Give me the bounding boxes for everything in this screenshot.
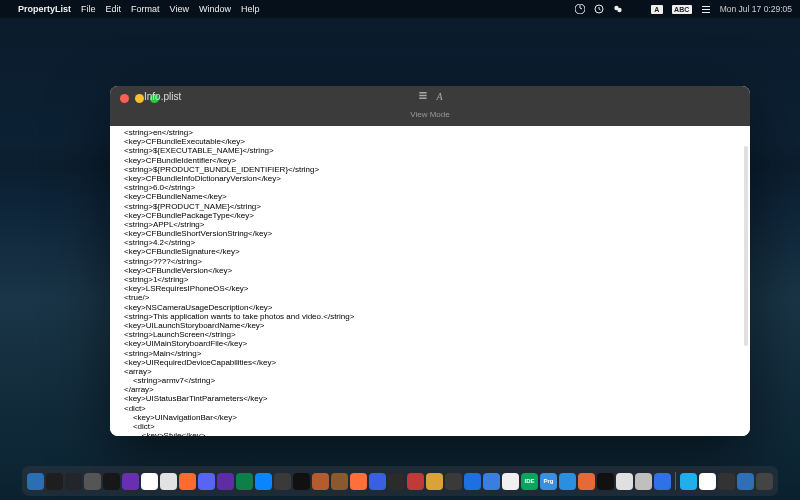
dock-app-icon[interactable] — [198, 473, 215, 490]
menu-format[interactable]: Format — [131, 4, 160, 14]
dock-app-icon[interactable] — [217, 473, 234, 490]
plist-text[interactable]: <string>en</string> <key>CFBundleExecuta… — [124, 128, 736, 436]
menubar: PropertyList File Edit Format View Windo… — [0, 0, 800, 18]
dock-app-icon[interactable] — [160, 473, 177, 490]
close-button[interactable] — [120, 94, 129, 103]
dock-app-icon[interactable] — [141, 473, 158, 490]
dock-app-icon[interactable] — [179, 473, 196, 490]
dock-app-icon[interactable] — [445, 473, 462, 490]
dock-app-icon[interactable] — [369, 473, 386, 490]
window-title: Info.plist — [144, 91, 181, 102]
settings-icon[interactable] — [701, 4, 711, 14]
input-source-abc-icon[interactable]: ABC — [672, 5, 692, 14]
dock: IDEPrg — [22, 466, 778, 496]
dock-app-icon[interactable] — [312, 473, 329, 490]
dock-app-icon[interactable] — [122, 473, 139, 490]
clock-icon[interactable] — [594, 4, 604, 14]
dock-app-icon[interactable] — [578, 473, 595, 490]
view-mode-label: View Mode — [110, 110, 750, 122]
dock-app-icon[interactable] — [388, 473, 405, 490]
dock-app-icon[interactable]: Prg — [540, 473, 557, 490]
dock-app-icon[interactable] — [635, 473, 652, 490]
dock-app-icon[interactable] — [331, 473, 348, 490]
text-view-icon[interactable]: A — [436, 91, 442, 102]
dock-app-icon[interactable] — [27, 473, 44, 490]
dock-app-icon[interactable] — [756, 473, 773, 490]
menu-window[interactable]: Window — [199, 4, 231, 14]
svg-rect-3 — [702, 6, 710, 7]
menu-help[interactable]: Help — [241, 4, 260, 14]
minimize-button[interactable] — [135, 94, 144, 103]
dock-app-icon[interactable] — [84, 473, 101, 490]
toolbar: A — [417, 90, 442, 103]
menubar-clock[interactable]: Mon Jul 17 0:29:05 — [720, 4, 792, 14]
dock-app-icon[interactable] — [502, 473, 519, 490]
dock-separator — [675, 472, 676, 490]
dock-app-icon[interactable] — [464, 473, 481, 490]
svg-rect-4 — [702, 9, 710, 10]
dock-app-icon[interactable] — [103, 473, 120, 490]
dock-app-icon[interactable] — [718, 473, 735, 490]
dock-app-icon[interactable] — [483, 473, 500, 490]
list-view-icon[interactable] — [417, 90, 428, 103]
menu-file[interactable]: File — [81, 4, 96, 14]
dock-app-icon[interactable] — [293, 473, 310, 490]
menu-view[interactable]: View — [170, 4, 189, 14]
svg-point-2 — [617, 8, 621, 12]
moon-icon[interactable] — [632, 4, 642, 14]
dock-app-icon[interactable] — [46, 473, 63, 490]
menu-edit[interactable]: Edit — [106, 4, 122, 14]
window-titlebar: Info.plist A View Mode — [110, 86, 750, 126]
dock-app-icon[interactable] — [407, 473, 424, 490]
scrollbar[interactable] — [744, 146, 748, 346]
app-window: Info.plist A View Mode <string>en</strin… — [110, 86, 750, 436]
dock-app-icon[interactable] — [426, 473, 443, 490]
input-source-a-icon[interactable]: A — [651, 5, 663, 14]
dock-app-icon[interactable] — [699, 473, 716, 490]
dock-app-icon[interactable] — [274, 473, 291, 490]
dock-app-icon[interactable] — [255, 473, 272, 490]
document-content[interactable]: <string>en</string> <key>CFBundleExecuta… — [110, 126, 750, 436]
dock-app-icon[interactable] — [616, 473, 633, 490]
chat-icon[interactable] — [613, 4, 623, 14]
dock-app-icon[interactable] — [680, 473, 697, 490]
dock-app-icon[interactable] — [236, 473, 253, 490]
status-icon-generic-1[interactable] — [575, 4, 585, 14]
dock-app-icon[interactable] — [737, 473, 754, 490]
dock-app-icon[interactable] — [350, 473, 367, 490]
dock-app-icon[interactable] — [654, 473, 671, 490]
dock-app-icon[interactable]: IDE — [521, 473, 538, 490]
dock-app-icon[interactable] — [597, 473, 614, 490]
dock-app-icon[interactable] — [559, 473, 576, 490]
dock-app-icon[interactable] — [65, 473, 82, 490]
app-menu[interactable]: PropertyList — [18, 4, 71, 14]
svg-rect-5 — [702, 12, 710, 13]
